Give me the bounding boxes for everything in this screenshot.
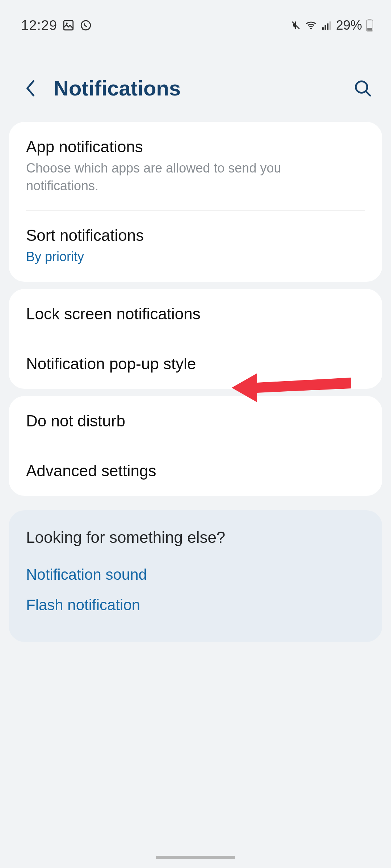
row-title: Do not disturb [26, 412, 365, 430]
row-advanced-settings[interactable]: Advanced settings [9, 446, 382, 496]
back-button[interactable] [22, 80, 39, 97]
suggestion-link-flash-notification[interactable]: Flash notification [26, 590, 365, 620]
svg-point-4 [310, 27, 312, 29]
whatsapp-icon [80, 19, 92, 31]
search-icon [353, 78, 373, 98]
row-title: App notifications [26, 138, 365, 156]
page-header: Notifications [0, 40, 391, 115]
row-sort-notifications[interactable]: Sort notifications By priority [9, 210, 382, 282]
suggestions-card: Looking for something else? Notification… [9, 510, 382, 642]
status-right: 29% [290, 18, 374, 33]
signal-icon [321, 20, 332, 31]
row-title: Sort notifications [26, 226, 365, 244]
settings-group-2: Lock screen notifications Notification p… [9, 289, 382, 389]
svg-rect-11 [367, 28, 372, 30]
svg-point-1 [66, 22, 68, 24]
wifi-icon [305, 19, 317, 31]
row-title: Advanced settings [26, 462, 365, 480]
mute-icon [290, 20, 301, 31]
status-left: 12:29 [21, 18, 92, 33]
gallery-icon [62, 19, 75, 31]
svg-rect-8 [329, 21, 331, 30]
row-subtitle: Choose which apps are allowed to send yo… [26, 159, 345, 195]
suggestion-link-notification-sound[interactable]: Notification sound [26, 559, 365, 590]
home-indicator[interactable] [156, 856, 235, 859]
page-title: Notifications [54, 76, 337, 100]
row-title: Notification pop-up style [26, 355, 365, 373]
row-app-notifications[interactable]: App notifications Choose which apps are … [9, 122, 382, 210]
svg-rect-5 [322, 27, 324, 30]
settings-group-3: Do not disturb Advanced settings [9, 396, 382, 496]
settings-group-1: App notifications Choose which apps are … [9, 122, 382, 282]
battery-text: 29% [336, 18, 362, 33]
battery-icon [366, 19, 374, 32]
svg-rect-7 [327, 24, 328, 30]
svg-line-13 [366, 92, 370, 95]
suggestions-heading: Looking for something else? [26, 528, 365, 546]
search-button[interactable] [352, 77, 374, 99]
row-title: Lock screen notifications [26, 305, 365, 323]
status-bar: 12:29 [0, 0, 391, 40]
svg-rect-6 [325, 25, 326, 30]
chevron-left-icon [24, 79, 37, 98]
row-subtitle: By priority [26, 248, 345, 266]
status-time: 12:29 [21, 18, 57, 33]
row-lock-screen-notifications[interactable]: Lock screen notifications [9, 289, 382, 339]
row-do-not-disturb[interactable]: Do not disturb [9, 396, 382, 446]
row-notification-popup-style[interactable]: Notification pop-up style [9, 339, 382, 389]
